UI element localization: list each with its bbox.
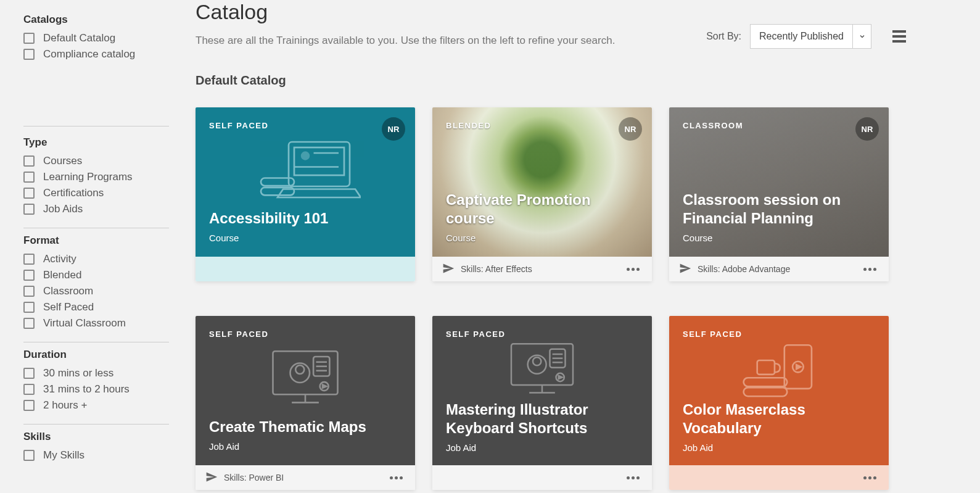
filter-item-certifications[interactable]: Certifications <box>23 187 169 199</box>
checkbox-icon[interactable] <box>23 400 35 411</box>
card-title: Color Maserclass Vocabulary <box>683 400 875 437</box>
card-format: CLASSROOM <box>683 121 875 130</box>
paper-plane-icon <box>442 262 455 276</box>
filter-item-learning-programs[interactable]: Learning Programs <box>23 171 169 183</box>
sort-dropdown[interactable]: Recently Published <box>750 24 871 49</box>
filter-item-2h-plus[interactable]: 2 hours + <box>23 399 169 412</box>
checkbox-icon[interactable] <box>23 172 35 183</box>
filter-item-label: Learning Programs <box>43 171 133 183</box>
more-icon[interactable] <box>387 474 405 482</box>
filter-item-self-paced[interactable]: Self Paced <box>23 301 169 313</box>
sort-label: Sort By: <box>706 31 741 42</box>
filter-item-my-skills[interactable]: My Skills <box>23 449 169 462</box>
svg-rect-0 <box>289 142 350 186</box>
filter-item-activity[interactable]: Activity <box>23 253 169 265</box>
card-type: Course <box>209 233 401 243</box>
sort-value: Recently Published <box>751 31 852 42</box>
card-footer <box>432 465 652 490</box>
filter-type: Type Courses Learning Programs Certifica… <box>23 126 169 228</box>
filter-item-label: Classroom <box>43 285 93 297</box>
card-skills: Skills: Power BI <box>224 473 284 483</box>
card-type: Job Aid <box>446 442 638 453</box>
checkbox-icon[interactable] <box>23 368 35 379</box>
svg-rect-1 <box>294 147 344 175</box>
filter-item-compliance-catalog[interactable]: Compliance catalog <box>23 48 169 60</box>
card-financial-planning[interactable]: CLASSROOM NR Classroom session on Financ… <box>669 107 889 281</box>
paper-plane-icon <box>679 262 691 276</box>
filter-item-job-aids[interactable]: Job Aids <box>23 203 169 215</box>
filter-item-default-catalog[interactable]: Default Catalog <box>23 32 169 44</box>
checkbox-icon[interactable] <box>23 33 35 44</box>
more-icon[interactable] <box>861 265 879 273</box>
card-skills: Skills: After Effects <box>461 264 532 274</box>
filter-item-courses[interactable]: Courses <box>23 155 169 167</box>
card-format: SELF PACED <box>209 329 401 339</box>
section-title: Default Catalog <box>196 73 906 88</box>
filter-format: Format Activity Blended Classroom Self P… <box>23 228 169 342</box>
filter-duration-heading: Duration <box>23 349 169 361</box>
checkbox-icon[interactable] <box>23 450 35 461</box>
filter-item-blended[interactable]: Blended <box>23 269 169 281</box>
cup-tablet-books-icon <box>683 339 875 400</box>
chevron-down-icon[interactable] <box>852 25 871 48</box>
checkbox-icon[interactable] <box>23 286 35 297</box>
checkbox-icon[interactable] <box>23 318 35 329</box>
card-type: Job Aid <box>209 441 401 452</box>
filter-item-label: Compliance catalog <box>43 48 135 60</box>
laptop-books-icon <box>209 130 401 209</box>
card-grid-row2: SELF PACED Create Thematic Maps Job Aid <box>196 316 906 490</box>
svg-point-2 <box>301 151 310 160</box>
filter-item-virtual-classroom[interactable]: Virtual Classroom <box>23 317 169 329</box>
card-format: SELF PACED <box>446 329 638 339</box>
card-illustrator-shortcuts[interactable]: SELF PACED Mastering Illustrator Keyboar… <box>432 316 652 490</box>
checkbox-icon[interactable] <box>23 49 35 60</box>
filter-type-heading: Type <box>23 136 169 149</box>
svg-point-20 <box>533 357 541 365</box>
video-person-icon <box>446 339 638 400</box>
more-icon[interactable] <box>624 474 642 482</box>
filter-item-30min[interactable]: 30 mins or less <box>23 367 169 379</box>
filter-item-31min-2h[interactable]: 31 mins to 2 hours <box>23 383 169 396</box>
card-footer: Skills: Adobe Advantage <box>669 257 889 281</box>
card-title: Create Thematic Maps <box>209 418 401 436</box>
more-icon[interactable] <box>624 265 642 273</box>
filter-item-label: Certifications <box>43 187 104 199</box>
card-skills: Skills: Adobe Advantage <box>698 264 790 274</box>
more-icon[interactable] <box>861 474 879 482</box>
filter-sidebar: Catalogs Default Catalog Compliance cata… <box>0 0 185 493</box>
checkbox-icon[interactable] <box>23 302 35 313</box>
filter-item-label: 2 hours + <box>43 399 87 412</box>
card-thematic-maps[interactable]: SELF PACED Create Thematic Maps Job Aid <box>196 316 415 490</box>
checkbox-icon[interactable] <box>23 384 35 395</box>
card-captivate-promotion[interactable]: BLENDED NR Captivate Promotion course Co… <box>432 107 652 281</box>
checkbox-icon[interactable] <box>23 204 35 215</box>
filter-item-label: Activity <box>43 253 76 265</box>
checkbox-icon[interactable] <box>23 188 35 199</box>
card-format: BLENDED <box>446 121 638 130</box>
filter-item-label: Courses <box>43 155 82 167</box>
filter-item-label: 30 mins or less <box>43 367 113 379</box>
card-type: Course <box>683 233 875 243</box>
card-format: SELF PACED <box>683 329 875 339</box>
page-subtitle: These are all the Trainings available to… <box>196 35 615 47</box>
filter-item-classroom[interactable]: Classroom <box>23 285 169 297</box>
card-type: Course <box>446 233 638 243</box>
rating-badge: NR <box>619 117 642 141</box>
filter-catalogs: Catalogs Default Catalog Compliance cata… <box>23 0 169 126</box>
rating-badge: NR <box>855 117 879 141</box>
card-accessibility-101[interactable]: SELF PACED NR Accessibility 101 <box>196 107 415 281</box>
checkbox-icon[interactable] <box>23 254 35 265</box>
list-view-icon[interactable] <box>892 30 906 43</box>
svg-rect-34 <box>757 360 775 375</box>
checkbox-icon[interactable] <box>23 155 35 167</box>
filter-item-label: My Skills <box>43 449 84 462</box>
filter-skills: Skills My Skills <box>23 425 169 474</box>
filter-item-label: Virtual Classroom <box>43 317 126 329</box>
svg-rect-33 <box>744 387 788 396</box>
card-grid: SELF PACED NR Accessibility 101 <box>196 107 906 281</box>
card-title: Mastering Illustrator Keyboard Shortcuts <box>446 400 638 437</box>
checkbox-icon[interactable] <box>23 270 35 281</box>
card-type: Job Aid <box>683 442 875 453</box>
card-footer: Skills: After Effects <box>432 257 652 281</box>
card-color-masterclass[interactable]: SELF PACED Color Maserclass Vocabulary J… <box>669 316 889 490</box>
